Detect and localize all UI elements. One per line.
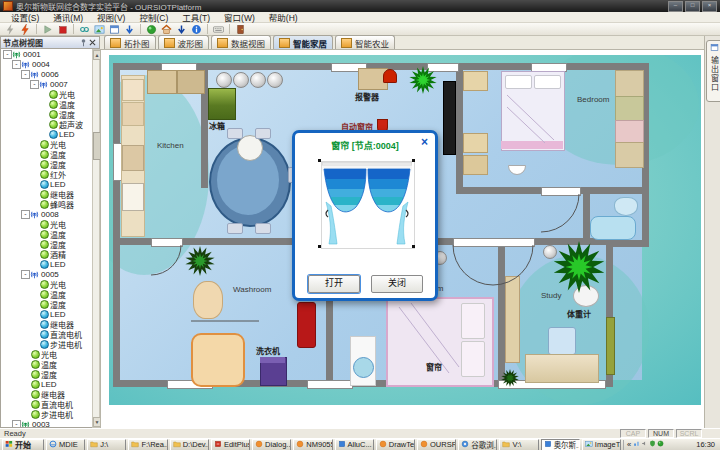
menu-item-6[interactable]: 帮助(H): [262, 11, 305, 23]
arrow-down2-icon[interactable]: [174, 23, 189, 35]
tree-node-温度[interactable]: 温度: [1, 149, 92, 159]
tree-node-温度[interactable]: 温度: [1, 99, 92, 109]
tree-node-光电[interactable]: 光电: [1, 279, 92, 289]
tree-node-0006[interactable]: -0006: [1, 69, 92, 79]
tree-node-湿度[interactable]: 湿度: [1, 369, 92, 379]
play-icon[interactable]: [40, 23, 55, 35]
taskbar-button-ImageT...[interactable]: ImageT...: [582, 439, 621, 450]
tree-node-0008[interactable]: -0008: [1, 209, 92, 219]
taskbar-button-MDIE[interactable]: MDIE: [46, 439, 85, 450]
tree-node-温度[interactable]: 温度: [1, 289, 92, 299]
tree-node-LED[interactable]: LED: [1, 179, 92, 189]
tree-node-温度[interactable]: 温度: [1, 229, 92, 239]
taskbar-button-EditPlus[interactable]: EditPlus: [211, 439, 250, 450]
tab-拓扑图[interactable]: 拓扑图: [104, 35, 156, 49]
link-icon[interactable]: [77, 23, 92, 35]
tree-node-LED[interactable]: LED: [1, 259, 92, 269]
menu-item-4[interactable]: 工具(T): [175, 11, 217, 23]
tree-node-光电[interactable]: 光电: [1, 219, 92, 229]
selection-handle[interactable]: [318, 245, 321, 248]
start-button[interactable]: 开始: [2, 439, 44, 450]
arrow-down-icon[interactable]: [122, 23, 137, 35]
expand-icon[interactable]: -: [12, 420, 21, 429]
orb-icon[interactable]: [144, 23, 159, 35]
tree-node-光电[interactable]: 光电: [1, 89, 92, 99]
taskbar-button-奥尔斯...[interactable]: 奥尔斯...: [541, 439, 580, 450]
selection-handle[interactable]: [412, 245, 415, 248]
taskbar-button-谷歌浏...[interactable]: 谷歌浏...: [458, 439, 497, 450]
tree-node-LED[interactable]: LED: [1, 129, 92, 139]
tray-expand-icon[interactable]: «: [627, 440, 631, 449]
tree-node-直流电机[interactable]: 直流电机: [1, 329, 92, 339]
menu-item-0[interactable]: 设置(S): [4, 11, 46, 23]
dialog-close-icon[interactable]: ×: [421, 135, 428, 149]
image-icon[interactable]: [92, 23, 107, 35]
bolt-red-icon[interactable]: [18, 23, 33, 35]
selection-handle[interactable]: [412, 159, 415, 162]
output-window-tab[interactable]: 输出窗口: [706, 40, 720, 102]
tree-node-继电器[interactable]: 继电器: [1, 389, 92, 399]
window-icon[interactable]: [107, 23, 122, 35]
tree-node-湿度[interactable]: 湿度: [1, 299, 92, 309]
tray-orb-icon[interactable]: [657, 440, 664, 449]
tree-node-0005[interactable]: -0005: [1, 269, 92, 279]
tab-智能农业[interactable]: 智能农业: [335, 35, 395, 49]
tray-vol-icon[interactable]: [641, 440, 648, 449]
tray-shield-icon[interactable]: [649, 440, 656, 449]
expand-icon[interactable]: -: [21, 210, 30, 219]
expand-icon[interactable]: -: [21, 270, 30, 279]
taskbar-button-F:\Rea...[interactable]: F:\Rea...: [128, 439, 167, 450]
taskbar-button-Dialog...[interactable]: Dialog...: [252, 439, 291, 450]
home-icon[interactable]: [159, 23, 174, 35]
expand-icon[interactable]: -: [3, 50, 12, 59]
tray-net-icon[interactable]: [633, 440, 640, 449]
tab-智能家居[interactable]: 智能家居: [273, 35, 333, 49]
tab-波形图[interactable]: 波形图: [158, 35, 210, 49]
tree-node-LED[interactable]: LED: [1, 309, 92, 319]
taskbar-button-DrawTe...[interactable]: DrawTe...: [376, 439, 415, 450]
tree-node-湿度[interactable]: 湿度: [1, 109, 92, 119]
tree-node-继电器[interactable]: 继电器: [1, 319, 92, 329]
expand-icon[interactable]: -: [21, 70, 30, 79]
tree-node-LED[interactable]: LED: [1, 379, 92, 389]
pin-icon[interactable]: [79, 38, 88, 47]
taskbar-button-NM9055...[interactable]: NM9055...: [293, 439, 332, 450]
curtain-image[interactable]: [321, 161, 415, 249]
bolt-gray-icon[interactable]: [3, 23, 18, 35]
tree-node-直流电机[interactable]: 直流电机: [1, 399, 92, 409]
tab-数据视图[interactable]: 数据视图: [211, 35, 271, 49]
tree-node-湿度[interactable]: 湿度: [1, 239, 92, 249]
minimize-button[interactable]: –: [668, 1, 683, 12]
menu-item-1[interactable]: 通讯(M): [46, 11, 90, 23]
selection-handle[interactable]: [318, 159, 321, 162]
tree-node-湿度[interactable]: 湿度: [1, 159, 92, 169]
tree-scrollbar[interactable]: ▲ ▼: [92, 49, 100, 428]
close-curtain-button[interactable]: 关闭: [371, 275, 423, 293]
expand-icon[interactable]: -: [30, 80, 39, 89]
tree-node-0003[interactable]: -0003: [1, 419, 92, 428]
stop-icon[interactable]: [55, 23, 70, 35]
menu-item-2[interactable]: 视图(V): [90, 11, 132, 23]
tree-node-光电[interactable]: 光电: [1, 139, 92, 149]
tree-node-0001[interactable]: -0001: [1, 49, 92, 59]
keyboard-icon[interactable]: [211, 23, 226, 35]
tree-node-光电[interactable]: 光电: [1, 349, 92, 359]
open-button[interactable]: 打开: [308, 275, 360, 293]
close-button[interactable]: ×: [702, 1, 717, 12]
tree-node-步进电机[interactable]: 步进电机: [1, 409, 92, 419]
tree-node-0007[interactable]: -0007: [1, 79, 92, 89]
maximize-button[interactable]: □: [685, 1, 700, 12]
tree-node-红外[interactable]: 红外: [1, 169, 92, 179]
taskbar-button-J:\[interactable]: J:\: [87, 439, 126, 450]
taskbar-button-D:\Dev...[interactable]: D:\Dev...: [170, 439, 209, 450]
tree-node-酒精[interactable]: 酒精: [1, 249, 92, 259]
menu-item-5[interactable]: 窗口(W): [217, 11, 262, 23]
tree-node-步进电机[interactable]: 步进电机: [1, 339, 92, 349]
menu-item-3[interactable]: 控制(C): [132, 11, 175, 23]
taskbar-button-V:\[interactable]: V:\: [499, 439, 538, 450]
tree-node-蜂鸣器[interactable]: 蜂鸣器: [1, 199, 92, 209]
tree-node-超声波[interactable]: 超声波: [1, 119, 92, 129]
tree-node-温度[interactable]: 温度: [1, 359, 92, 369]
expand-icon[interactable]: -: [12, 60, 21, 69]
info-icon[interactable]: [189, 23, 204, 35]
